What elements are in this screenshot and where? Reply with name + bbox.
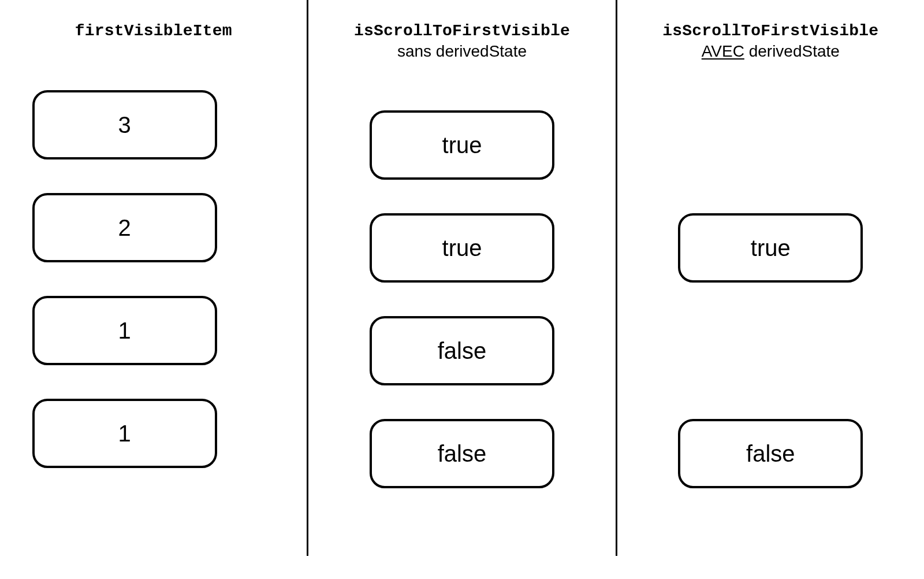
column-1-cells: 3 2 1 1: [0, 81, 307, 477]
cell-col3-row1-empty: [678, 110, 863, 180]
cell-col2-row4: false: [370, 419, 554, 488]
column-3-title: isScrollToFirstVisible: [662, 21, 878, 41]
column-1-title: firstVisibleItem: [75, 21, 232, 41]
cell-col1-row2: 2: [32, 193, 217, 262]
column-3-heading: isScrollToFirstVisible AVEC derivedState: [662, 21, 878, 61]
column-2-heading: isScrollToFirstVisible sans derivedState: [354, 21, 570, 61]
column-avec-derived-state: isScrollToFirstVisible AVEC derivedState…: [617, 0, 924, 579]
diagram-container: firstVisibleItem 3 2 1 1 isScrollToFirst…: [0, 0, 924, 579]
cell-col3-row4: false: [678, 419, 863, 488]
column-3-subtitle-rest: derivedState: [744, 42, 840, 60]
cell-col3-row3-empty: [678, 316, 863, 385]
column-3-cells: true false: [617, 102, 924, 497]
column-2-subtitle: sans derivedState: [354, 41, 570, 61]
column-3-subtitle-underlined: AVEC: [702, 42, 744, 60]
column-2-cells: true true false false: [308, 102, 615, 497]
cell-col2-row2: true: [370, 213, 554, 283]
column-first-visible-item: firstVisibleItem 3 2 1 1: [0, 0, 307, 579]
column-3-subtitle: AVEC derivedState: [662, 41, 878, 61]
column-1-heading: firstVisibleItem: [75, 21, 232, 41]
column-sans-derived-state: isScrollToFirstVisible sans derivedState…: [308, 0, 615, 579]
column-2-title: isScrollToFirstVisible: [354, 21, 570, 41]
cell-col1-row3: 1: [32, 296, 217, 365]
cell-col1-row1: 3: [32, 90, 217, 159]
cell-col2-row1: true: [370, 110, 554, 180]
cell-col2-row3: false: [370, 316, 554, 385]
cell-col1-row4: 1: [32, 399, 217, 468]
cell-col3-row2: true: [678, 213, 863, 283]
